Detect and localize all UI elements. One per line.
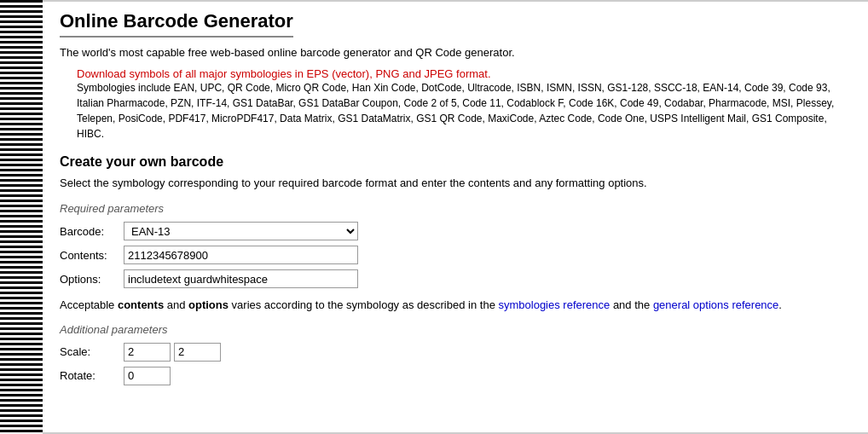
barcode-label: Barcode: xyxy=(60,225,124,238)
link-section: Download symbols of all major symbologie… xyxy=(77,67,851,142)
scale-label: Scale: xyxy=(60,345,124,358)
page-title: Online Barcode Generator xyxy=(60,10,293,38)
options-label: Options: xyxy=(60,273,124,286)
acceptable-text: Acceptable contents and options varies a… xyxy=(60,297,851,315)
acceptable-mid3: and the xyxy=(610,298,653,311)
contents-input[interactable] xyxy=(124,246,358,264)
required-params-label: Required parameters xyxy=(60,202,851,215)
symbologies-text: Symbologies include EAN, UPC, QR Code, M… xyxy=(77,82,834,140)
rotate-label: Rotate: xyxy=(60,369,124,382)
symbologies-ref-link[interactable]: symbologies reference xyxy=(498,298,610,311)
scale-row: Scale: xyxy=(60,343,851,362)
options-bold: options xyxy=(188,298,229,311)
acceptable-mid2: varies according to the symbology as des… xyxy=(229,298,499,311)
select-desc: Select the symbology corresponding to yo… xyxy=(60,176,851,189)
create-heading: Create your own barcode xyxy=(60,154,851,170)
acceptable-end: . xyxy=(778,298,782,311)
form-table: Barcode: EAN-13 EAN-8 UPC-A UPC-E QR Cod… xyxy=(60,222,851,288)
acceptable-mid1: and xyxy=(164,298,188,311)
options-input[interactable] xyxy=(124,269,358,288)
barcode-stripe-sidebar xyxy=(0,0,43,434)
symbologies-intro-text: Symbologies include EAN, UPC, QR Code, M… xyxy=(77,82,834,140)
rotate-input[interactable] xyxy=(124,367,171,385)
barcode-row: Barcode: EAN-13 EAN-8 UPC-A UPC-E QR Cod… xyxy=(60,222,851,240)
additional-params-label: Additional parameters xyxy=(60,323,851,336)
rotate-row: Rotate: xyxy=(60,367,851,385)
subtitle: The world's most capable free web-based … xyxy=(60,46,851,59)
scale-input-1[interactable] xyxy=(124,343,171,362)
main-content: Online Barcode Generator The world's mos… xyxy=(43,0,868,434)
scale-input-2[interactable] xyxy=(174,343,221,362)
acceptable-pre: Acceptable xyxy=(60,298,118,311)
contents-row: Contents: xyxy=(60,246,851,264)
barcode-select[interactable]: EAN-13 EAN-8 UPC-A UPC-E QR Code Code 12… xyxy=(124,222,358,240)
general-options-ref-link[interactable]: general options reference xyxy=(653,298,778,311)
contents-bold: contents xyxy=(118,298,164,311)
download-link[interactable]: Download symbols of all major symbologie… xyxy=(77,67,491,80)
contents-label: Contents: xyxy=(60,249,124,262)
options-row: Options: xyxy=(60,269,851,288)
